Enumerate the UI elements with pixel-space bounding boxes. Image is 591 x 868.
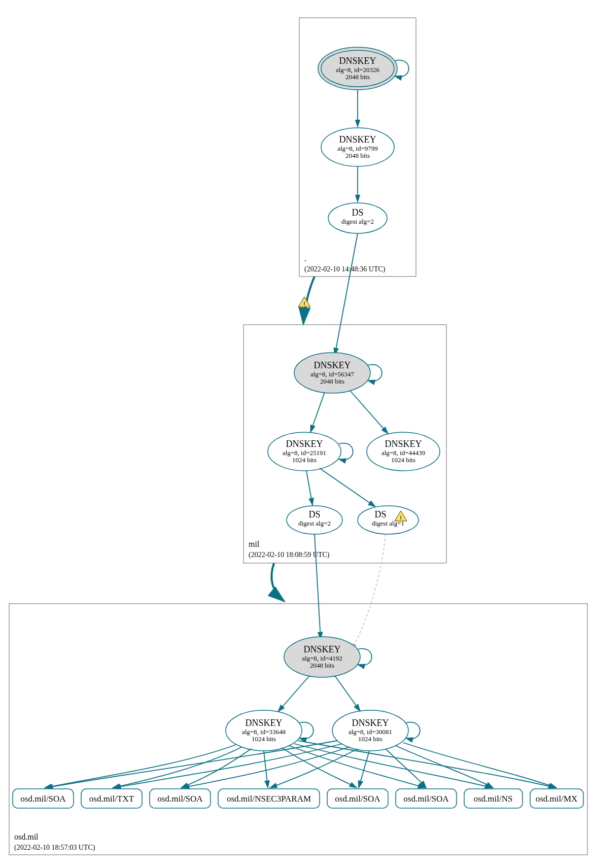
svg-text:osd.mil/SOA: osd.mil/SOA [335, 794, 380, 804]
zone-root-timestamp: (2022-02-10 14:48:36 UTC) [304, 265, 386, 273]
svg-text:osd.mil/NS: osd.mil/NS [474, 794, 513, 804]
warning-icon-root-mil: ! [298, 297, 310, 307]
edge-mil-zsk1-to-ds2 [320, 468, 375, 507]
svg-text:DNSKEY: DNSKEY [339, 56, 376, 66]
svg-text:alg=8, id=44439: alg=8, id=44439 [381, 449, 425, 457]
svg-text:1024 bits: 1024 bits [292, 456, 317, 464]
zone-root: . (2022-02-10 14:48:36 UTC) DNSKEY alg=8… [299, 18, 416, 276]
zone-mil-timestamp: (2022-02-10 18:08:59 UTC) [249, 551, 330, 559]
svg-text:osd.mil/SOA: osd.mil/SOA [157, 794, 203, 804]
edge-mil-to-osd-deleg [271, 563, 284, 601]
svg-text:2048 bits: 2048 bits [345, 152, 370, 159]
edge-mil-ksk-to-zsk1 [310, 392, 325, 432]
svg-text:1024 bits: 1024 bits [391, 456, 415, 464]
svg-text:DNSKEY: DNSKEY [385, 439, 422, 449]
node-mil-ds1[interactable]: DS digest alg=2 [287, 506, 342, 534]
svg-text:osd.mil/SOA: osd.mil/SOA [403, 794, 449, 804]
node-osd-ksk[interactable]: DNSKEY alg=8, id=4192 2048 bits [284, 637, 360, 677]
rrset-0[interactable]: osd.mil/SOA [13, 789, 74, 808]
node-mil-zsk2[interactable]: DNSKEY alg=8, id=44439 1024 bits [367, 432, 440, 471]
svg-text:DNSKEY: DNSKEY [352, 718, 389, 728]
rrset-1[interactable]: osd.mil/TXT [81, 789, 142, 808]
edge-mil-ds1-to-osd-ksk [315, 534, 321, 639]
svg-text:DNSKEY: DNSKEY [339, 134, 376, 145]
svg-text:!: ! [400, 514, 402, 520]
svg-text:osd.mil/MX: osd.mil/MX [536, 794, 578, 804]
svg-text:alg=8, id=4192: alg=8, id=4192 [302, 654, 342, 662]
edge-mil-ksk-to-zsk2 [350, 391, 388, 434]
zone-osd: osd.mil (2022-02-10 18:57:03 UTC) DNSKEY… [9, 604, 587, 855]
edge-osd-ksk-to-zsk2 [335, 676, 360, 711]
node-root-ds[interactable]: DS digest alg=2 [328, 203, 387, 233]
edge-root-ds-to-mil-ksk [335, 233, 358, 355]
edge-osd-ksk-to-zsk1 [278, 676, 309, 712]
edge-mil-zsk1-to-ds1 [306, 471, 312, 505]
node-mil-ds2[interactable]: DS digest alg=1 [358, 506, 419, 534]
rrset-5[interactable]: osd.mil/SOA [396, 789, 457, 808]
zone-mil-label: mil [249, 540, 260, 548]
svg-text:osd.mil/TXT: osd.mil/TXT [89, 794, 134, 804]
svg-text:DNSKEY: DNSKEY [286, 439, 323, 449]
node-mil-zsk1[interactable]: DNSKEY alg=8, id=25191 1024 bits [268, 432, 341, 471]
svg-text:2048 bits: 2048 bits [310, 662, 334, 669]
svg-text:2048 bits: 2048 bits [320, 377, 344, 385]
svg-text:DNSKEY: DNSKEY [303, 644, 340, 654]
svg-text:alg=8, id=20326: alg=8, id=20326 [336, 66, 380, 74]
node-mil-ksk[interactable]: DNSKEY alg=8, id=56347 2048 bits [294, 353, 370, 393]
rrset-7[interactable]: osd.mil/MX [530, 789, 583, 808]
rrset-6[interactable]: osd.mil/NS [464, 789, 523, 808]
svg-text:alg=8, id=30081: alg=8, id=30081 [349, 728, 392, 736]
zone-osd-label: osd.mil [14, 832, 39, 841]
svg-text:alg=8, id=56347: alg=8, id=56347 [310, 370, 355, 378]
svg-text:1024 bits: 1024 bits [252, 735, 276, 743]
svg-text:DNSKEY: DNSKEY [314, 360, 351, 370]
svg-text:osd.mil/SOA: osd.mil/SOA [20, 794, 66, 804]
svg-text:alg=8, id=25191: alg=8, id=25191 [283, 449, 326, 457]
svg-text:alg=8, id=9799: alg=8, id=9799 [337, 145, 378, 152]
node-root-zsk[interactable]: DNSKEY alg=8, id=9799 2048 bits [321, 128, 394, 166]
svg-text:1024 bits: 1024 bits [358, 735, 383, 743]
svg-text:DS: DS [374, 509, 386, 519]
svg-text:digest alg=2: digest alg=2 [341, 218, 374, 225]
svg-text:alg=8, id=33648: alg=8, id=33648 [242, 728, 286, 736]
zone-mil: mil (2022-02-10 18:08:59 UTC) DNSKEY alg… [244, 325, 446, 563]
node-osd-zsk2[interactable]: DNSKEY alg=8, id=30081 1024 bits [332, 710, 408, 751]
node-osd-zsk1[interactable]: DNSKEY alg=8, id=33648 1024 bits [226, 710, 302, 751]
svg-text:DS: DS [352, 207, 363, 218]
svg-text:!: ! [303, 300, 305, 306]
rrset-row: osd.mil/SOA osd.mil/TXT osd.mil/SOA osd.… [13, 789, 583, 808]
zone-osd-timestamp: (2022-02-10 18:57:03 UTC) [14, 844, 95, 852]
zone-root-label: . [304, 254, 306, 263]
svg-text:digest alg=2: digest alg=2 [298, 519, 331, 527]
rrset-3[interactable]: osd.mil/NSEC3PARAM [218, 789, 320, 808]
svg-text:DS: DS [308, 509, 320, 519]
dnssec-graph: . (2022-02-10 14:48:36 UTC) DNSKEY alg=8… [0, 0, 591, 868]
rrset-4[interactable]: osd.mil/SOA [327, 789, 388, 808]
edge-mil-ds2-to-osd-ksk [352, 534, 386, 649]
svg-text:osd.mil/NSEC3PARAM: osd.mil/NSEC3PARAM [227, 794, 311, 804]
svg-text:DNSKEY: DNSKEY [245, 718, 282, 728]
rrset-2[interactable]: osd.mil/SOA [150, 789, 211, 808]
node-root-ksk[interactable]: DNSKEY alg=8, id=20326 2048 bits [318, 47, 397, 90]
svg-text:2048 bits: 2048 bits [345, 73, 370, 81]
